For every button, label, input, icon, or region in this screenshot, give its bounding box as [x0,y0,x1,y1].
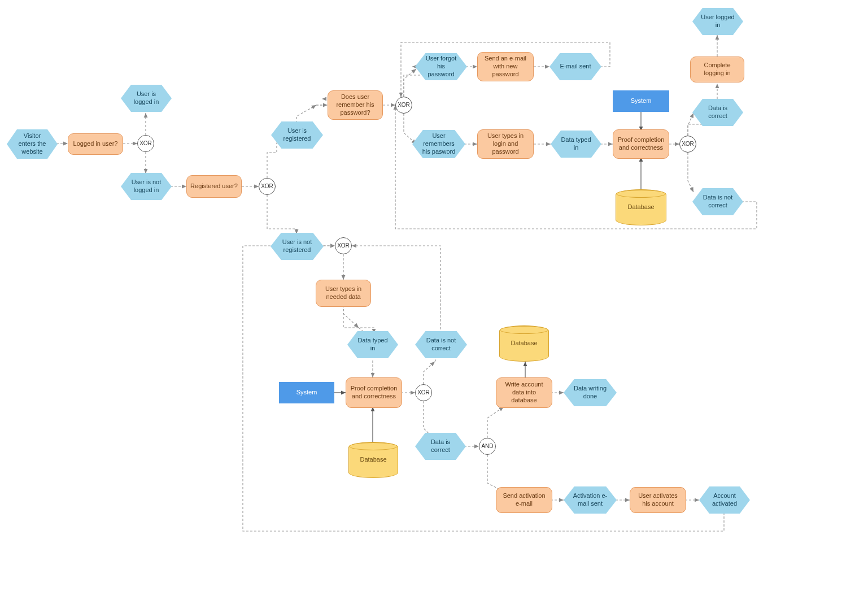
label: Write account data into database [500,381,548,404]
event-not-registered: User is not registered [271,233,324,260]
label: XOR [682,141,694,148]
label: Data is not correct [700,194,735,210]
event-account-activated: Account activated [699,486,750,514]
label: User logged in [700,14,735,29]
label: Data writing done [572,385,609,401]
label: User activates his account [634,492,682,508]
function-send-activation: Send activation e-mail [496,487,552,513]
label: Proof completion and correctness [617,136,665,152]
event-data-writing: Data writing done [564,379,617,406]
label: User types in needed data [320,285,367,301]
function-logged-in-user: Logged in user? [68,133,123,155]
label: Account activated [707,492,742,508]
label: E-mail sent [560,63,591,71]
event-data-not-correct-1: Data is not correct [692,188,743,215]
function-user-activates: User activates his account [630,487,686,513]
label: Data typed in [559,136,594,152]
function-send-email: Send an e-mail with new password [477,52,534,81]
label: Data is correct [700,105,735,120]
event-email-sent: E-mail sent [549,53,601,80]
label: AND [481,443,493,450]
label: XOR [398,102,410,109]
event-data-correct-1: Data is correct [692,99,743,126]
label: Data typed in [355,337,390,353]
label: Send an e-mail with new password [481,55,530,78]
gateway-xor-4: XOR [395,97,412,114]
label: Logged in user? [73,140,118,148]
function-types-needed: User types in needed data [316,280,371,307]
event-user-logged-in: User logged in [692,8,743,35]
label: Proof completion and correctness [350,385,398,401]
database-1: Database [616,189,666,225]
function-types-login: User types in login and password [477,129,534,159]
label: User types in login and password [481,132,530,155]
label: XOR [139,140,152,147]
label: User is not registered [278,238,316,254]
label: XOR [261,183,273,190]
event-data-typed-1: Data typed in [551,131,601,158]
gateway-xor-5: XOR [679,136,696,153]
gateway-xor-2: XOR [259,178,276,195]
event-is-registered: User is registered [271,121,323,149]
event-data-not-correct-2: Data is not correct [415,331,467,358]
system-2: System [279,382,334,403]
function-registered-user: Registered user? [186,175,242,198]
label: System [631,97,652,105]
label: XOR [337,242,350,250]
label: User is registered [279,127,315,143]
label: Data is not correct [423,337,459,353]
label: Data is correct [423,438,458,454]
event-data-typed-2: Data typed in [347,331,398,358]
label: Does user remember his password? [332,93,379,116]
label: Visitor enters the website [15,132,50,155]
label: Complete logging in [694,62,740,77]
label: User is not logged in [129,179,164,194]
label: System [296,389,317,397]
event-is-logged: User is logged in [121,85,172,112]
label: Activation e-mail sent [572,492,609,508]
event-remembers: User remembers his pasword [412,130,465,158]
gateway-xor-1: XOR [137,135,154,152]
label: Send activation e-mail [500,492,548,508]
event-visitor: Visitor enters the website [7,129,58,159]
database-3: Database [499,325,549,362]
label: Registered user? [190,182,238,190]
label: Database [360,456,386,464]
system-1: System [613,90,669,112]
function-proof-1: Proof completion and correctness [613,129,669,159]
label: User remembers his pasword [420,132,457,155]
event-activation-sent: Activation e-mail sent [564,486,617,514]
label: XOR [417,389,430,397]
label: Database [511,340,537,347]
function-remember-password: Does user remember his password? [328,90,383,120]
function-write-account: Write account data into database [496,377,552,408]
label: Database [627,203,654,211]
database-2: Database [348,442,398,478]
event-data-correct-2: Data is correct [415,433,466,460]
event-not-logged: User is not logged in [121,173,172,200]
function-complete-login: Complete logging in [690,57,744,82]
function-proof-2: Proof completion and correctness [346,377,402,408]
gateway-xor-6: XOR [415,384,432,401]
event-forgot-pwd: User forgot his password [415,53,467,80]
label: User forgot his password [423,55,459,78]
label: User is logged in [129,90,164,106]
gateway-xor-3: XOR [335,237,352,254]
gateway-and-1: AND [479,438,496,455]
